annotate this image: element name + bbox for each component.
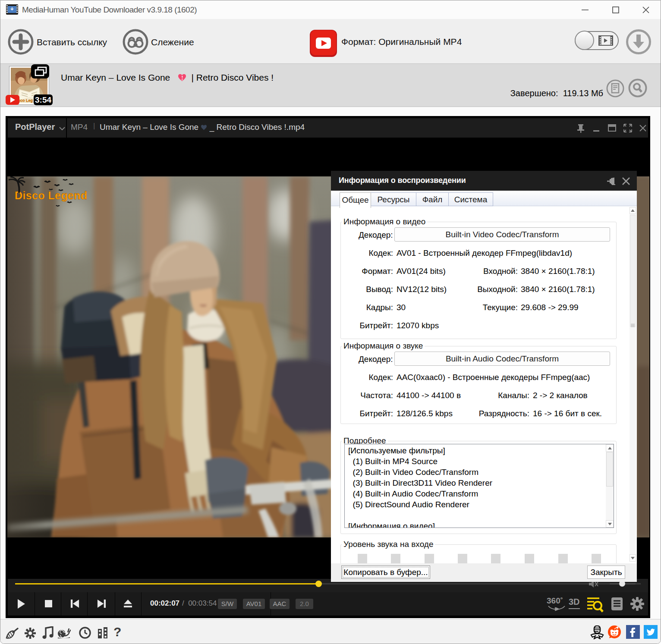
svg-text:Disco Legend: Disco Legend (15, 189, 88, 201)
